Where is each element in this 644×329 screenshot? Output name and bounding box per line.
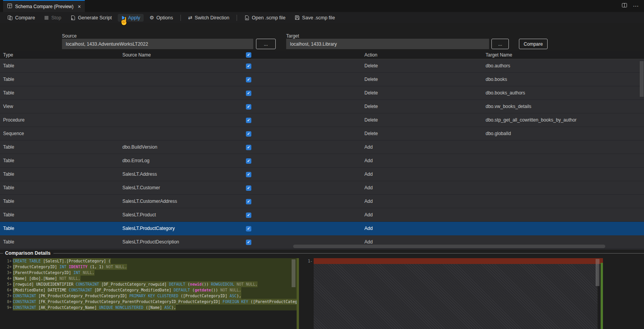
- column-header-action[interactable]: Action: [362, 52, 483, 58]
- save-scmp-button[interactable]: Save .scmp file: [291, 14, 338, 22]
- grid-rows: Table✓Deletedbo.authorsTable✓Deletedbo.b…: [0, 59, 644, 249]
- compare-icon: [7, 15, 13, 21]
- row-action: Add: [362, 185, 483, 190]
- row-include-checkbox[interactable]: ✓: [246, 145, 251, 150]
- row-type: Sequence: [0, 131, 122, 136]
- code-line: 3+[ParentProductCategoryID] INT NULL,: [5, 270, 299, 276]
- table-row[interactable]: Table✓Deletedbo.books: [0, 73, 644, 86]
- table-row[interactable]: TableSalesLT.Product✓Add: [0, 208, 644, 222]
- row-action: Add: [362, 226, 483, 231]
- table-row[interactable]: Tabledbo.BuildVersion✓Add: [0, 141, 644, 154]
- compare-toolbar-button[interactable]: Compare: [4, 14, 38, 22]
- row-include-checkbox[interactable]: ✓: [246, 91, 251, 96]
- row-action: Add: [362, 212, 483, 218]
- row-action: Delete: [362, 117, 483, 123]
- row-type: Table: [0, 144, 122, 150]
- row-type: Procedure: [0, 117, 122, 123]
- options-button[interactable]: ⚙ Options: [146, 14, 177, 22]
- table-row[interactable]: TableSalesLT.CustomerAddress✓Add: [0, 195, 644, 208]
- row-action: Add: [362, 158, 483, 163]
- code-line: 9+CONSTRAINT [AK_ProductCategory_Name] U…: [5, 305, 299, 310]
- diff-target-scrollbar[interactable]: [596, 259, 599, 286]
- more-actions-icon[interactable]: ⋯: [633, 3, 639, 10]
- tab-title: Schema Compare (Preview): [15, 4, 74, 9]
- save-icon: [295, 15, 300, 20]
- comparison-details-panel: Comparison Details 1+CREATE TABLE [Sales…: [0, 250, 644, 329]
- row-source-name: SalesLT.Customer: [122, 185, 246, 190]
- source-browse-button[interactable]: ...: [256, 39, 276, 49]
- code-line: 1-: [306, 258, 603, 264]
- row-include-checkbox[interactable]: ✓: [246, 226, 251, 231]
- row-include-checkbox[interactable]: ✓: [246, 131, 251, 137]
- line-number: 1+: [5, 258, 13, 264]
- target-browse-button[interactable]: ...: [491, 39, 509, 49]
- line-number: 5+: [5, 281, 13, 287]
- tab-bar: Schema Compare (Preview) × ⋯: [0, 0, 644, 12]
- row-type: Table: [0, 171, 122, 177]
- diff-source-overview-ruler: [297, 258, 299, 329]
- target-label: Target: [286, 33, 299, 39]
- row-include-checkbox[interactable]: ✓: [246, 185, 251, 191]
- row-action: Add: [362, 239, 483, 245]
- row-type: Table: [0, 185, 122, 190]
- target-input[interactable]: localhost, 1433.Library: [286, 39, 489, 49]
- split-editor-icon[interactable]: [622, 2, 627, 10]
- diff-source-scrollbar[interactable]: [292, 259, 295, 287]
- table-row[interactable]: Procedure✓Deletedbo.stp_get_all_cowritte…: [0, 113, 644, 127]
- diff-target-pane[interactable]: 1-: [306, 258, 603, 329]
- column-header-target-name[interactable]: Target Name: [483, 52, 644, 58]
- column-header-type[interactable]: Type: [0, 52, 122, 58]
- diff-source-pane[interactable]: 1+CREATE TABLE [SalesLT].[ProductCategor…: [5, 258, 299, 329]
- row-target-name: dbo.authors: [483, 63, 644, 69]
- row-source-name: dbo.ErrorLog: [122, 158, 246, 163]
- code-line: 5+[rowguid] UNIQUEIDENTIFIER CONSTRAINT …: [5, 281, 299, 287]
- table-row[interactable]: Table✓Deletedbo.books_authors: [0, 86, 644, 100]
- row-type: View: [0, 104, 122, 109]
- table-row[interactable]: TableSalesLT.Address✓Add: [0, 168, 644, 181]
- table-row[interactable]: TableSalesLT.ProductCategory✓Add: [0, 222, 644, 235]
- generate-script-button[interactable]: Generate Script: [67, 14, 115, 22]
- table-row[interactable]: Table✓Deletedbo.authors: [0, 59, 644, 73]
- table-row[interactable]: Tabledbo.ErrorLog✓Add: [0, 154, 644, 168]
- row-include-checkbox[interactable]: ✓: [246, 77, 251, 82]
- row-type: Table: [0, 90, 122, 96]
- table-row[interactable]: Sequence✓Deletedbo.globalId: [0, 127, 644, 141]
- stop-button: Stop: [41, 14, 65, 22]
- grid-vertical-scrollbar[interactable]: [640, 61, 644, 97]
- toolbar-separator: [180, 15, 181, 21]
- line-number: 2+: [5, 264, 13, 270]
- row-include-checkbox[interactable]: ✓: [246, 199, 251, 204]
- open-file-icon: [244, 15, 249, 21]
- row-target-name: dbo.stp_get_all_cowritten_books_by_autho…: [483, 117, 644, 123]
- code-line: 4+[Name] [dbo].[Name] NOT NULL,: [5, 276, 299, 281]
- row-include-checkbox[interactable]: ✓: [246, 104, 251, 110]
- row-action: Delete: [362, 104, 483, 109]
- row-include-checkbox[interactable]: ✓: [246, 212, 251, 218]
- row-include-checkbox[interactable]: ✓: [246, 172, 251, 177]
- select-all-checkbox[interactable]: ✓: [246, 52, 251, 58]
- tab-schema-compare[interactable]: Schema Compare (Preview) ×: [3, 0, 85, 12]
- row-action: Delete: [362, 63, 483, 69]
- grid-horizontal-scrollbar[interactable]: [293, 245, 605, 248]
- row-include-checkbox[interactable]: ✓: [246, 118, 251, 123]
- code-line: 8+CONSTRAINT [FK_ProductCategory_Product…: [5, 299, 299, 305]
- column-header-source-name[interactable]: Source Name: [122, 52, 246, 58]
- script-icon: [70, 15, 76, 21]
- switch-direction-button[interactable]: ⇄ Switch Direction: [185, 14, 233, 22]
- table-row[interactable]: View✓Deletedbo.vw_books_details: [0, 100, 644, 113]
- comparison-grid: Type Source Name ✓ Action Target Name Ta…: [0, 51, 644, 250]
- comparison-details-title: Comparison Details: [0, 250, 644, 257]
- row-type: Table: [0, 63, 122, 69]
- compare-button[interactable]: Compare: [519, 39, 548, 49]
- row-type: Table: [0, 226, 122, 231]
- source-input[interactable]: localhost, 1433.AdventureWorksLT2022: [62, 39, 253, 49]
- close-icon[interactable]: ×: [78, 3, 81, 10]
- diff-target-overview-ruler: [601, 263, 603, 329]
- line-number: 9+: [5, 305, 13, 310]
- table-row[interactable]: TableSalesLT.Customer✓Add: [0, 181, 644, 195]
- open-scmp-button[interactable]: Open .scmp file: [241, 14, 289, 22]
- row-include-checkbox[interactable]: ✓: [246, 63, 251, 69]
- row-include-checkbox[interactable]: ✓: [246, 240, 251, 245]
- row-include-checkbox[interactable]: ✓: [246, 158, 251, 164]
- schema-compare-icon: [7, 3, 12, 10]
